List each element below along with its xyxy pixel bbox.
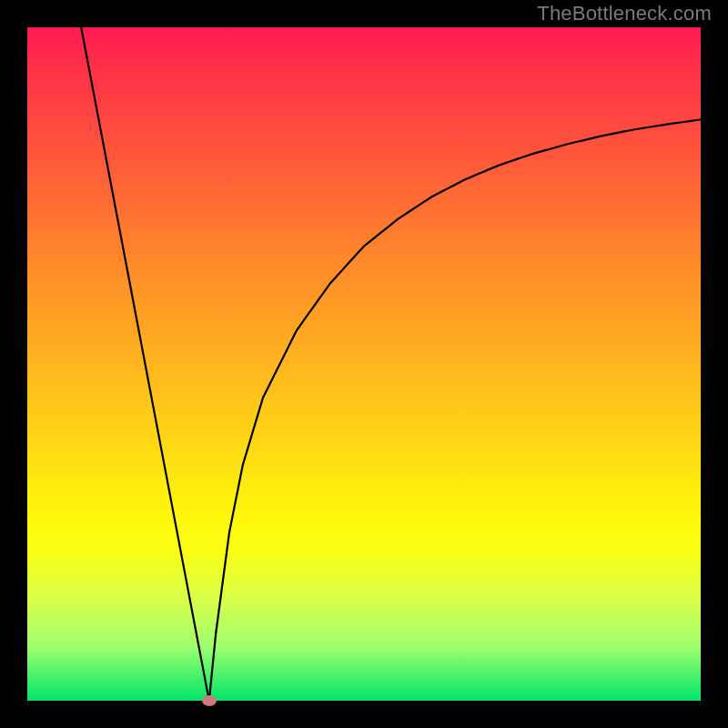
curve-layer: [27, 27, 701, 701]
left-descent-line: [81, 27, 209, 701]
right-curve-line: [209, 119, 701, 701]
minimum-marker: [202, 695, 217, 706]
plot-area: [27, 27, 701, 701]
watermark-text: TheBottleneck.com: [537, 2, 712, 25]
chart-frame: TheBottleneck.com: [0, 0, 728, 728]
